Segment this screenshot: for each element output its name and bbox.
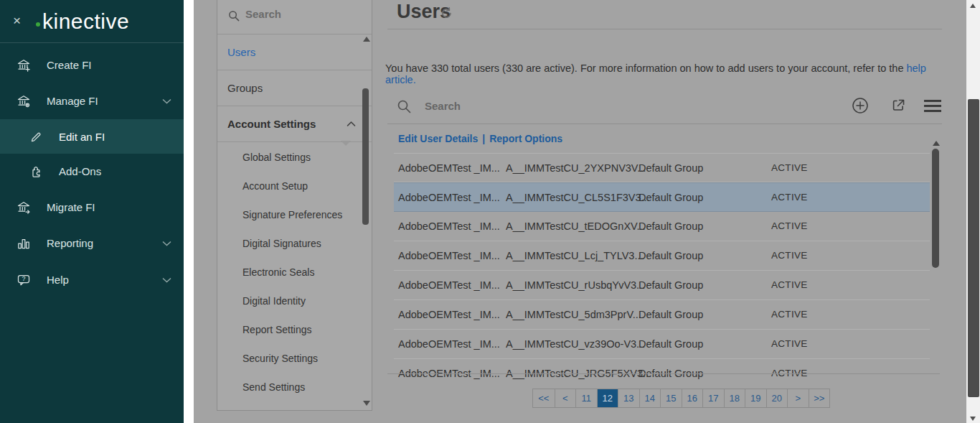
panel-search-row xyxy=(217,0,372,34)
bank-arrow-icon xyxy=(17,200,31,215)
close-icon[interactable]: × xyxy=(13,14,21,27)
settings-panel: Users Groups Account Settings Global Set… xyxy=(217,0,372,411)
cell-user-id: A__IMMTestCU_Lcj_TYLV3... xyxy=(506,250,644,261)
cell-name: AdobeOEMTest _IM... xyxy=(398,338,500,350)
page-number-button[interactable]: 14 xyxy=(639,389,661,407)
cell-name: AdobeOEMTest _IM... xyxy=(398,162,500,174)
cell-group: Default Group xyxy=(639,162,703,174)
refresh-icon[interactable] xyxy=(440,6,453,20)
page-number-button[interactable]: 11 xyxy=(575,389,597,407)
export-icon[interactable] xyxy=(890,97,907,114)
status-badge: ACTIVE xyxy=(771,279,808,290)
page-number-button-current[interactable]: 12 xyxy=(597,389,618,407)
table-row[interactable]: AdobeOEMTest _IM... A__IMMTestCU_vz39Oo-… xyxy=(394,330,930,359)
users-table: AdobeOEMTest _IM... A__IMMTestCU_2YXPNV3… xyxy=(394,153,930,379)
page-number-button[interactable]: 18 xyxy=(724,389,745,407)
panel-item-label: Account Settings xyxy=(227,118,316,130)
users-search-input[interactable] xyxy=(425,100,726,112)
browser-scrollbar-thumb[interactable] xyxy=(968,99,979,397)
cell-name: AdobeOEMTest _IM... xyxy=(398,309,500,320)
page-next-button[interactable]: > xyxy=(787,389,809,407)
page-number-button[interactable]: 16 xyxy=(682,389,703,407)
page-number-button[interactable]: 13 xyxy=(618,389,639,407)
page-number-button[interactable]: 17 xyxy=(702,389,724,407)
subitem-account-setup[interactable]: Account Setup xyxy=(242,180,308,192)
subitem-digital-signatures[interactable]: Digital Signatures xyxy=(242,238,321,249)
subitem-digital-identity[interactable]: Digital Identity xyxy=(242,295,306,307)
cell-name: AdobeOEMTest _IM... xyxy=(398,250,500,261)
panel-scroll-down-arrow[interactable] xyxy=(363,401,370,406)
page-first-button[interactable]: << xyxy=(533,389,555,407)
intro-text-body: You have 330 total users (330 are active… xyxy=(385,62,906,74)
table-row[interactable]: AdobeOEMTest _IM... A__IMMTestCU_2YXPNV3… xyxy=(394,153,930,182)
subitem-signature-preferences[interactable]: Signature Preferences xyxy=(242,209,342,220)
chevron-down-icon xyxy=(162,241,171,246)
subitem-send-settings[interactable]: Send Settings xyxy=(242,381,305,393)
table-scrollbar-thumb[interactable] xyxy=(932,149,939,268)
panel-item-groups[interactable]: Groups xyxy=(217,70,372,106)
cell-user-id: A__IMMTestCU_5dm3PprV... xyxy=(506,309,641,320)
browser-scrollbar[interactable] xyxy=(966,0,980,423)
panel-scrollbar-thumb[interactable] xyxy=(362,88,369,225)
sidebar-item-label: Add-Ons xyxy=(59,165,101,177)
status-badge: ACTIVE xyxy=(771,338,808,349)
scroll-down-arrow[interactable] xyxy=(970,417,976,421)
cell-user-id: A__IMMTestCU_tEDOGnXV... xyxy=(506,220,645,232)
subitem-security-settings[interactable]: Security Settings xyxy=(242,353,318,364)
search-icon xyxy=(228,10,240,22)
panel-item-users[interactable]: Users xyxy=(217,34,372,70)
panel-search-input[interactable] xyxy=(245,8,346,20)
table-row[interactable]: AdobeOEMTest _IM... A__IMMTestCU_tEDOGnX… xyxy=(394,212,930,241)
page-number-button[interactable]: 15 xyxy=(660,389,682,407)
page-number-button[interactable]: 20 xyxy=(766,389,788,407)
table-scroll-up-arrow[interactable] xyxy=(933,141,940,146)
table-clip-border xyxy=(387,373,940,374)
cell-group: Default Group xyxy=(639,338,703,350)
status-badge: ACTIVE xyxy=(771,309,808,320)
edit-user-details-link[interactable]: Edit User Details xyxy=(398,133,478,144)
sidebar-item-help[interactable]: ? Help xyxy=(0,262,184,298)
search-icon xyxy=(397,99,412,114)
cell-user-id: A__IMMTestCU_vz39Oo-V3... xyxy=(506,338,645,350)
sidebar-item-migrate-fi[interactable]: Migrate FI xyxy=(0,190,184,226)
report-options-link[interactable]: Report Options xyxy=(489,133,562,144)
table-row[interactable]: AdobeOEMTest _IM... A__IMMTestCU_5dm3Ppr… xyxy=(394,300,930,330)
page-last-button[interactable]: >> xyxy=(809,389,830,407)
table-row[interactable]: AdobeOEMTest _IM... A__IMMTestCU_JRG5F5X… xyxy=(394,359,930,379)
cell-user-id: A__IMMTestCU_rUsbqYvV3... xyxy=(506,279,645,291)
sidebar-item-manage-fi[interactable]: Manage FI xyxy=(0,83,184,119)
bank-plus-icon xyxy=(17,58,31,73)
status-badge: ACTIVE xyxy=(771,220,808,231)
sidebar-item-add-ons[interactable]: Add-Ons xyxy=(0,154,184,190)
page-number-button[interactable]: 19 xyxy=(745,389,766,407)
cell-user-id: A__IMMTestCU_CL5S1F3V3... xyxy=(506,192,650,203)
panel-item-account-settings[interactable]: Account Settings xyxy=(217,106,372,142)
subitem-electronic-seals[interactable]: Electronic Seals xyxy=(242,266,314,278)
nav-drawer: × kinective Create FI Manage FI xyxy=(0,0,184,423)
sidebar-item-reporting[interactable]: Reporting xyxy=(0,226,184,261)
scroll-up-arrow[interactable] xyxy=(970,4,976,8)
status-badge: ACTIVE xyxy=(771,250,808,261)
page-prev-button[interactable]: < xyxy=(555,389,576,407)
cell-name: AdobeOEMTest _IM... xyxy=(398,279,500,291)
logo-green-dot xyxy=(36,22,40,27)
sidebar-item-edit-an-fi[interactable]: Edit an FI xyxy=(0,119,184,154)
action-separator: | xyxy=(478,133,489,144)
cell-group: Default Group xyxy=(639,279,703,291)
add-circle-icon[interactable] xyxy=(852,97,869,114)
app-window: × kinective Create FI Manage FI xyxy=(0,0,980,423)
subitem-global-settings[interactable]: Global Settings xyxy=(242,152,311,163)
drawer-edge-gap xyxy=(184,0,194,423)
table-row[interactable]: AdobeOEMTest _IM... A__IMMTestCU_Lcj_TYL… xyxy=(394,241,930,271)
menu-icon[interactable] xyxy=(924,100,941,112)
panel-scroll-up-arrow[interactable] xyxy=(363,37,370,42)
cell-group: Default Group xyxy=(639,220,703,232)
subitem-report-settings[interactable]: Report Settings xyxy=(242,324,312,335)
sidebar-item-label: Create FI xyxy=(47,59,92,71)
table-row[interactable]: AdobeOEMTest _IM... A__IMMTestCU_rUsbqYv… xyxy=(394,271,930,300)
table-row-selected[interactable]: AdobeOEMTest _IM... A__IMMTestCU_CL5S1F3… xyxy=(394,182,930,212)
cell-group: Default Group xyxy=(639,192,703,203)
toolbar-divider xyxy=(387,124,942,124)
sidebar-item-create-fi[interactable]: Create FI xyxy=(0,47,184,83)
help-bubble-icon: ? xyxy=(17,273,31,287)
